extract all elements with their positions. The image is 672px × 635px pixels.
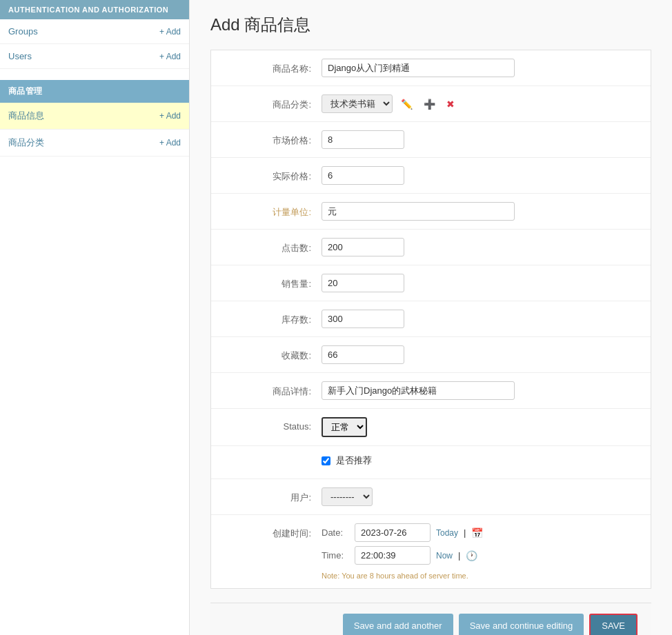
favorites-label: 收藏数:: [225, 345, 322, 362]
clock-icon[interactable]: 🕐: [466, 550, 477, 561]
sales-field: [322, 274, 637, 292]
detail-input[interactable]: [322, 381, 515, 400]
save-continue-button[interactable]: Save and continue editing: [459, 614, 584, 635]
unit-input[interactable]: [322, 202, 515, 221]
actual-price-label: 实际价格:: [225, 166, 322, 183]
category-edit-button[interactable]: ✏️: [398, 97, 415, 111]
market-price-input[interactable]: [322, 130, 404, 149]
category-label: 商品分类:: [225, 94, 322, 111]
unit-field: [322, 202, 637, 221]
sidebar-item-goods-info[interactable]: 商品信息 + Add: [0, 103, 189, 130]
stock-field: [322, 310, 637, 328]
time-row: Time: Now | 🕐: [322, 546, 483, 565]
calendar-icon[interactable]: 📅: [471, 527, 483, 538]
stock-label: 库存数:: [225, 310, 322, 326]
status-field: 正常 下架 售罄: [322, 417, 637, 437]
category-delete-button[interactable]: ✖: [444, 97, 457, 111]
unit-label: 计量单位:: [225, 202, 322, 219]
goods-category-add-link[interactable]: + Add: [159, 138, 181, 148]
users-add-link[interactable]: + Add: [159, 52, 181, 61]
actual-price-field: [322, 166, 637, 185]
favorites-input[interactable]: [322, 345, 404, 364]
page-title: Add 商品信息: [210, 14, 651, 36]
actual-price-input[interactable]: [322, 166, 404, 185]
favorites-row: 收藏数:: [211, 337, 651, 373]
date-row: Date: Today | 📅: [322, 523, 483, 542]
click-count-label: 点击数:: [225, 238, 322, 254]
market-price-label: 市场价格:: [225, 130, 322, 147]
form-container: 商品名称: 商品分类: 技术类书籍 文学类书籍 教育类书籍 ✏️ ➕ ✖ 市场价…: [210, 50, 651, 589]
date-separator: |: [464, 527, 466, 538]
status-label: Status:: [225, 417, 322, 432]
groups-add-link[interactable]: + Add: [159, 27, 181, 37]
actual-price-row: 实际价格:: [211, 158, 651, 194]
recommend-checkbox-label: 是否推荐: [336, 454, 372, 467]
product-name-input[interactable]: [322, 59, 515, 77]
goods-section-header: 商品管理: [0, 80, 189, 103]
created-time-row: 创建时间: Date: Today | 📅 Time: Now |: [211, 515, 651, 588]
stock-row: 库存数:: [211, 301, 651, 337]
click-count-input[interactable]: [322, 238, 404, 256]
sales-input[interactable]: [322, 274, 404, 292]
sidebar-item-groups[interactable]: Groups + Add: [0, 19, 189, 44]
save-add-button[interactable]: Save and add another: [343, 614, 453, 635]
groups-label: Groups: [8, 26, 38, 37]
product-name-field: [322, 59, 637, 77]
click-count-field: [322, 238, 637, 256]
recommend-field: 是否推荐: [322, 454, 637, 467]
goods-info-add-link[interactable]: + Add: [159, 111, 181, 121]
sidebar-item-users[interactable]: Users + Add: [0, 44, 189, 69]
datetime-group: Date: Today | 📅 Time: Now | 🕐 Note: You …: [322, 523, 483, 580]
time-separator: |: [458, 550, 460, 561]
category-field: 技术类书籍 文学类书籍 教育类书籍 ✏️ ➕ ✖: [322, 94, 637, 113]
market-price-row: 市场价格:: [211, 122, 651, 158]
product-name-row: 商品名称:: [211, 50, 651, 86]
category-add-button[interactable]: ➕: [421, 97, 438, 111]
save-button[interactable]: SAVE: [589, 614, 638, 635]
category-row: 商品分类: 技术类书籍 文学类书籍 教育类书籍 ✏️ ➕ ✖: [211, 86, 651, 122]
recommend-label-empty: [225, 454, 322, 458]
unit-row: 计量单位:: [211, 194, 651, 230]
sidebar-item-goods-category[interactable]: 商品分类 + Add: [0, 130, 189, 157]
click-count-row: 点击数:: [211, 230, 651, 265]
sidebar: AUTHENTICATION AND AUTHORIZATION Groups …: [0, 0, 190, 635]
user-row: 用户: -------- admin user1: [211, 479, 651, 515]
users-label: Users: [8, 51, 32, 61]
server-note: Note: You are 8 hours ahead of server ti…: [322, 572, 483, 580]
created-time-label: 创建时间:: [225, 523, 322, 540]
product-name-label: 商品名称:: [225, 59, 322, 75]
auth-section-header: AUTHENTICATION AND AUTHORIZATION: [0, 0, 189, 19]
stock-input[interactable]: [322, 310, 404, 328]
goods-category-label: 商品分类: [8, 137, 44, 149]
goods-info-label: 商品信息: [8, 110, 44, 122]
status-select[interactable]: 正常 下架 售罄: [322, 417, 367, 437]
favorites-field: [322, 345, 637, 364]
detail-field: [322, 381, 637, 400]
date-input[interactable]: [355, 523, 431, 542]
user-field: -------- admin user1: [322, 487, 637, 506]
created-time-field: Date: Today | 📅 Time: Now | 🕐 Note: You …: [322, 523, 637, 580]
sales-row: 销售量:: [211, 265, 651, 301]
recommend-row: 是否推荐: [211, 446, 651, 479]
user-select[interactable]: -------- admin user1: [322, 487, 373, 506]
category-select[interactable]: 技术类书籍 文学类书籍 教育类书籍: [322, 94, 393, 113]
time-input[interactable]: [355, 546, 431, 565]
user-label: 用户:: [225, 487, 322, 504]
date-label: Date:: [322, 527, 349, 538]
recommend-checkbox[interactable]: [322, 456, 330, 465]
market-price-field: [322, 130, 637, 149]
today-link[interactable]: Today: [436, 528, 458, 538]
time-label: Time:: [322, 550, 349, 561]
submit-row: Save and add another Save and continue e…: [210, 603, 651, 635]
now-link[interactable]: Now: [436, 551, 453, 561]
main-content: Add 商品信息 商品名称: 商品分类: 技术类书籍 文学类书籍 教育类书籍 ✏…: [190, 0, 672, 635]
status-row: Status: 正常 下架 售罄: [211, 409, 651, 446]
sales-label: 销售量:: [225, 274, 322, 290]
detail-label: 商品详情:: [225, 381, 322, 398]
detail-row: 商品详情:: [211, 373, 651, 409]
